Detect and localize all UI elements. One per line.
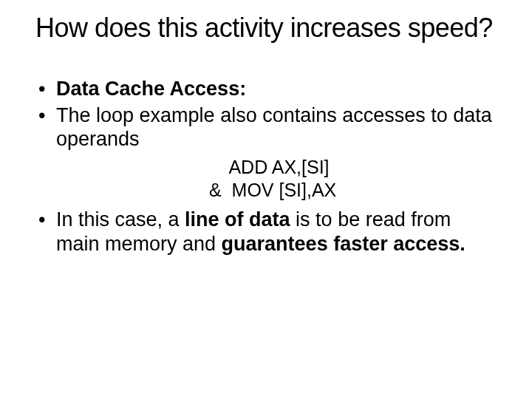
bullet-data-cache: Data Cache Access: <box>35 77 497 100</box>
bullet-list: Data Cache Access: The loop example also… <box>35 77 497 151</box>
code-text: MOV [SI],AX <box>232 180 337 200</box>
bullet-list-2: In this case, a line of data is to be re… <box>35 208 497 256</box>
code-line-mov: & MOV [SI],AX <box>209 179 497 202</box>
bullet-text: Data Cache Access: <box>56 78 246 100</box>
code-text: ADD AX,[SI] <box>228 157 329 177</box>
bullet-text-pre: In this case, a <box>56 208 185 231</box>
code-block: ADD AX,[SI] & MOV [SI],AX <box>35 156 497 202</box>
bullet-text-bold2: guarantees faster access. <box>222 233 466 255</box>
bullet-line-of-data: In this case, a line of data is to be re… <box>35 208 497 256</box>
slide-title: How does this activity increases speed? <box>35 13 497 43</box>
code-text <box>222 180 232 200</box>
slide: How does this activity increases speed? … <box>0 0 532 399</box>
code-amp: & <box>209 180 222 200</box>
bullet-text-bold: line of data <box>185 208 290 231</box>
code-line-add: ADD AX,[SI] <box>209 156 497 179</box>
bullet-loop-example: The loop example also contains accesses … <box>35 103 497 151</box>
code-text <box>209 157 228 177</box>
bullet-text: The loop example also contains accesses … <box>56 104 492 150</box>
